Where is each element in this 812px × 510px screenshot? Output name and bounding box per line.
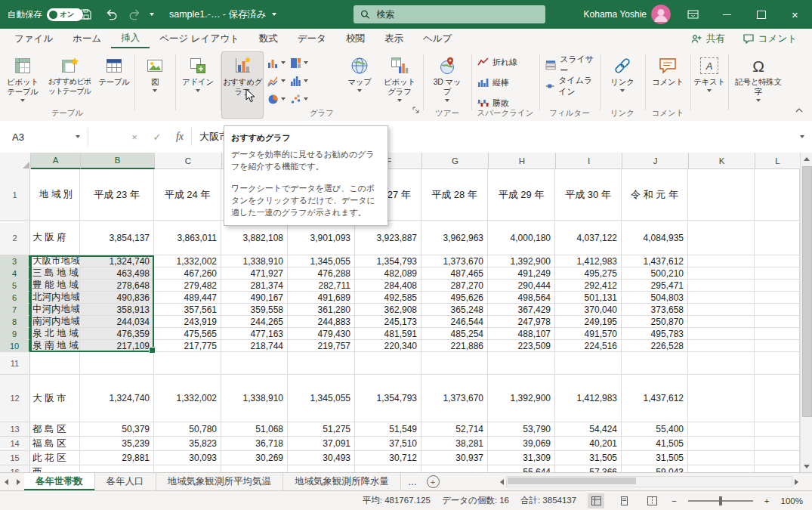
chevron-down-icon[interactable] [76, 135, 80, 138]
cell-K16[interactable] [688, 465, 755, 472]
name-box[interactable]: A3 [0, 121, 88, 153]
cell-J3[interactable]: 1,437,612 [622, 255, 688, 267]
cell-I1[interactable]: 平成 30 年 [555, 169, 622, 221]
cell-F13[interactable]: 51,549 [355, 422, 421, 437]
cell-K12[interactable] [688, 375, 755, 422]
cell-L8[interactable] [755, 316, 800, 328]
pie-chart-insert-button[interactable] [266, 91, 287, 107]
cell-A9[interactable]: 泉 北 地 域 [30, 328, 80, 340]
cell-B10[interactable]: 217,109 [80, 340, 154, 352]
row-header-2[interactable]: 2 [0, 221, 30, 255]
cell-C16[interactable] [154, 465, 221, 472]
cell-I10[interactable]: 224,516 [555, 340, 622, 352]
cell-K14[interactable] [688, 437, 755, 451]
cell-F14[interactable]: 37,510 [355, 437, 421, 451]
cell-K2[interactable] [688, 221, 755, 255]
cell-I3[interactable]: 1,412,983 [555, 255, 622, 267]
cell-E5[interactable]: 282,711 [288, 280, 355, 292]
cell-H5[interactable]: 290,444 [488, 280, 555, 292]
cell-C9[interactable]: 475,565 [154, 328, 221, 340]
cell-J7[interactable]: 373,658 [622, 304, 688, 316]
cell-J12[interactable]: 1,437,612 [622, 375, 688, 422]
cell-D16[interactable] [221, 465, 288, 472]
cell-J8[interactable]: 250,870 [622, 316, 688, 328]
tab-insert[interactable]: 挿入 [111, 29, 150, 48]
cell-K5[interactable] [688, 280, 755, 292]
cell-L10[interactable] [755, 340, 800, 352]
cell-E3[interactable]: 1,345,055 [288, 255, 355, 267]
cell-L7[interactable] [755, 304, 800, 316]
column-chart-insert-button[interactable] [266, 54, 287, 71]
formula-bar-expand-button[interactable] [792, 135, 812, 138]
cell-B13[interactable]: 50,379 [80, 422, 154, 437]
cell-I14[interactable]: 40,201 [555, 437, 622, 451]
cell-B11[interactable] [80, 352, 154, 375]
cell-D7[interactable]: 359,558 [221, 304, 288, 316]
column-header-L[interactable]: L [755, 153, 801, 169]
search-input[interactable] [375, 8, 539, 20]
quick-access-chevron[interactable] [145, 0, 159, 29]
cell-L14[interactable] [755, 437, 800, 451]
cell-K11[interactable] [688, 352, 755, 375]
cell-H13[interactable]: 53,790 [488, 422, 555, 437]
cell-B6[interactable]: 490,836 [80, 292, 154, 304]
cell-F16[interactable] [355, 465, 421, 472]
cell-K3[interactable] [688, 255, 755, 267]
cell-B8[interactable]: 244,034 [80, 316, 154, 328]
cell-H15[interactable]: 31,309 [488, 451, 555, 465]
cell-E4[interactable]: 476,288 [288, 267, 355, 280]
cell-E13[interactable]: 51,275 [288, 422, 355, 437]
row-header-1[interactable]: 1 [0, 169, 30, 221]
row-header-14[interactable]: 14 [0, 437, 30, 451]
maximize-button[interactable] [744, 0, 778, 29]
cell-H12[interactable]: 1,392,900 [488, 375, 555, 422]
vertical-scrollbar[interactable] [800, 153, 812, 472]
timeline-button[interactable]: タイムライン [542, 77, 600, 95]
cell-F10[interactable]: 220,340 [355, 340, 421, 352]
cell-D10[interactable]: 218,744 [221, 340, 288, 352]
autosave-toggle[interactable]: 自動保存 オン [8, 0, 83, 29]
cell-H1[interactable]: 平成 29 年 [488, 169, 555, 221]
cell-A12[interactable]: 大 阪 市 [30, 375, 80, 422]
cell-D6[interactable]: 490,167 [221, 292, 288, 304]
cell-C10[interactable]: 217,775 [154, 340, 221, 352]
row-header-11[interactable]: 11 [0, 352, 30, 375]
cell-G16[interactable] [421, 465, 488, 472]
cell-K8[interactable] [688, 316, 755, 328]
document-title[interactable]: sample1.-… - 保存済み [169, 0, 276, 29]
status-average[interactable]: 平均: 481767.125 [363, 495, 431, 506]
column-header-J[interactable]: J [622, 153, 689, 169]
cell-G1[interactable]: 平成 28 年 [421, 169, 488, 221]
cell-C1[interactable]: 平成 24 年 [154, 169, 221, 221]
new-sheet-button[interactable]: + [424, 473, 442, 490]
cell-F15[interactable]: 30,712 [355, 451, 421, 465]
cell-B16[interactable] [80, 465, 154, 472]
cell-B15[interactable]: 29,881 [80, 451, 154, 465]
cell-E6[interactable]: 491,689 [288, 292, 355, 304]
cell-E11[interactable] [288, 352, 355, 375]
save-button[interactable] [76, 0, 97, 29]
cell-I7[interactable]: 370,040 [555, 304, 622, 316]
cell-C13[interactable]: 50,780 [154, 422, 221, 437]
cell-H9[interactable]: 488,107 [488, 328, 555, 340]
row-header-4[interactable]: 4 [0, 267, 30, 280]
cell-C3[interactable]: 1,332,002 [154, 255, 221, 267]
horizontal-scrollbar-track[interactable] [506, 476, 792, 487]
row-header-7[interactable]: 7 [0, 304, 30, 316]
cell-C4[interactable]: 467,260 [154, 267, 221, 280]
zoom-in-button[interactable]: + [764, 496, 770, 505]
cell-L12[interactable] [755, 375, 800, 422]
cell-D5[interactable]: 281,374 [221, 280, 288, 292]
statistic-chart-insert-button[interactable] [289, 73, 310, 89]
cell-G9[interactable]: 485,254 [421, 328, 488, 340]
normal-view-button[interactable] [588, 493, 604, 508]
cell-L2[interactable] [755, 221, 800, 255]
cell-H2[interactable]: 4,000,180 [488, 221, 555, 255]
horizontal-scrollbar-thumb[interactable] [508, 478, 636, 484]
cell-G3[interactable]: 1,373,670 [421, 255, 488, 267]
column-header-B[interactable]: B [81, 153, 155, 169]
cell-E8[interactable]: 244,883 [288, 316, 355, 328]
zoom-out-button[interactable]: − [672, 496, 677, 505]
column-header-I[interactable]: I [556, 153, 622, 169]
cell-H3[interactable]: 1,392,900 [488, 255, 555, 267]
